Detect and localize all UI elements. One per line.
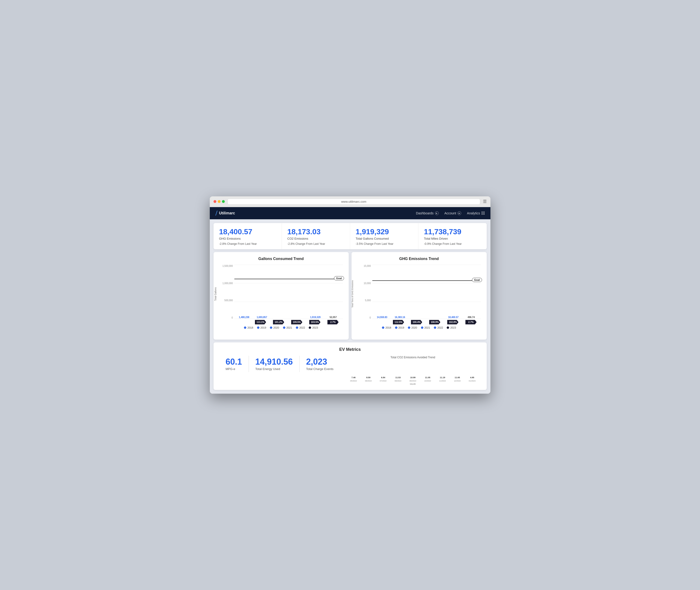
ghg-legend-2023: 2023	[447, 326, 456, 329]
ev-charge: 2,023 Total Charge Events	[300, 357, 340, 371]
co2-value: 18,173.03	[287, 228, 344, 236]
ev-charge-value: 2,023	[306, 357, 334, 367]
nav-dashboards-label: Dashboards	[416, 211, 434, 215]
ghg-y-title: Total Tons of GHG Emissions	[351, 280, 354, 308]
ghg-label: GHG Emissions	[219, 237, 276, 240]
ghg-bar-2018: 14,559.83	[374, 316, 390, 319]
legend-2018: 2018	[244, 326, 253, 329]
gallons-bars: 1,480,238 1,693,857	[234, 265, 343, 319]
legend-2023: 2023	[309, 326, 318, 329]
ghg-chart-container: 15,000 10,000 5,000 0 Total Tons of GHG …	[357, 265, 481, 335]
gallons-legend: 2018 2019 2020 2021	[219, 326, 343, 329]
bar-2023: 52,057	[325, 316, 341, 319]
gallons-goal-line: Goal	[234, 279, 343, 279]
nav-account-label: Account	[444, 211, 456, 215]
ghg-bar-2023: 496.74	[463, 316, 479, 319]
ghg-bar-2020	[410, 318, 426, 319]
ghg-bar-2022: 18,400.57	[445, 316, 461, 319]
ghg-legend: 2018 2019 2020 2021	[357, 326, 481, 329]
ghg-value: 18,400.57	[219, 228, 276, 236]
browser-dots	[214, 200, 225, 203]
bar-2020	[272, 318, 288, 319]
ghg-y-axis: 15,000 10,000 5,000 0	[357, 265, 372, 319]
gallons-chart-card: Gallons Consumed Trend 1,500,000 1,000,0…	[214, 252, 349, 339]
ev-charge-label: Total Charge Events	[306, 367, 334, 371]
ev-bar-0622: 8.59 06/2022	[361, 376, 375, 382]
miles-change: -0.9% Change From Last Year	[424, 242, 481, 245]
metrics-row: 18,400.57 GHG Emissions -2.8% Change Fro…	[214, 223, 487, 249]
miles-value: 11,738,739	[424, 228, 481, 236]
dashboards-icon: ▶	[435, 211, 439, 215]
gallons-y-label-500: 500,000	[224, 299, 233, 302]
ghg-legend-2022: 2022	[434, 326, 443, 329]
ev-card: EV Metrics 60.1 MPG-e 14,910.56 Total En…	[214, 342, 487, 390]
nav-account[interactable]: Account ▶	[444, 211, 461, 215]
account-icon: ▶	[457, 211, 461, 215]
legend-2020: 2020	[270, 326, 279, 329]
ghg-change: -2.8% Change From Last Year	[219, 242, 276, 245]
ev-bar-0522: 7.46 05/2022	[347, 376, 360, 382]
ev-mpge: 60.1 MPG-e	[219, 357, 249, 371]
ev-chart-area: Total CO2 Emissions Avoided Trend 7.46 0…	[340, 356, 481, 385]
gallons-y-title: Total Gallons	[214, 287, 217, 301]
ghg-bar-2019: 16,383.16	[392, 316, 408, 319]
analytics-grid-icon	[482, 212, 485, 215]
dashboard-content: 18,400.57 GHG Emissions -2.8% Change Fro…	[210, 219, 490, 394]
ghg-legend-2018: 2018	[382, 326, 391, 329]
maximize-dot[interactable]	[222, 200, 225, 203]
ev-bar-0123: 4.95 01/2023	[465, 376, 479, 382]
metric-co2: 18,173.03 CO2 Emissions -2.8% Change Fro…	[282, 223, 350, 249]
gallons-change: -3.5% Change From Last Year	[356, 242, 413, 245]
gallons-goal-label: Goal	[334, 276, 344, 280]
gallons-y-axis: 1,500,000 1,000,000 500,000 0	[219, 265, 234, 319]
legend-2022: 2022	[296, 326, 305, 329]
browser-chrome: www.utilimarc.com ☰	[210, 196, 490, 207]
co2-change: -2.8% Change From Last Year	[287, 242, 344, 245]
minimize-dot[interactable]	[218, 200, 221, 203]
ev-energy-label: Total Energy Used	[255, 367, 293, 371]
ev-bar-1122: 11.19 11/2022	[436, 376, 449, 382]
legend-2021: 2021	[283, 326, 292, 329]
bar-2018: 1,480,238	[236, 316, 252, 319]
metric-gallons: 1,919,329 Total Gallons Consumed -3.5% C…	[350, 223, 419, 249]
navbar-nav: Dashboards ▶ Account ▶ Analytics	[416, 211, 485, 215]
ev-bar-1222: 11.65 12/2022	[450, 376, 464, 382]
ev-energy: 14,910.56 Total Energy Used	[249, 357, 300, 371]
gallons-y-label-1000: 1,000,000	[222, 282, 233, 285]
brand: ⧸ Utilimarc	[215, 210, 235, 216]
gallons-label: Total Gallons Consumed	[356, 237, 413, 240]
ev-bar-0822: 11.53 08/2022	[391, 376, 405, 382]
ghg-legend-2020: 2020	[408, 326, 417, 329]
miles-label: Total Miles Driven	[424, 237, 481, 240]
close-dot[interactable]	[214, 200, 216, 203]
brand-name: Utilimarc	[219, 211, 235, 215]
gallons-y-label-1500: 1,500,000	[222, 265, 233, 267]
ghg-goal-line: Goal	[372, 280, 481, 281]
nav-analytics[interactable]: Analytics	[467, 211, 485, 215]
metric-miles: 11,738,739 Total Miles Driven -0.9% Chan…	[419, 223, 487, 249]
ghg-chart-title: GHG Emissions Trend	[357, 257, 481, 261]
ev-bar-1022: 11.05 10/2022	[421, 376, 435, 382]
co2-label: CO2 Emissions	[287, 237, 344, 240]
ev-energy-value: 14,910.56	[255, 357, 293, 367]
ev-metrics-left: 60.1 MPG-e 14,910.56 Total Energy Used 2…	[219, 356, 340, 372]
bar-2019: 1,693,857	[254, 316, 270, 319]
bar-2021	[289, 318, 306, 319]
charts-row: Gallons Consumed Trend 1,500,000 1,000,0…	[214, 252, 487, 339]
gallons-chart-container: 1,500,000 1,000,000 500,000 0 Total Gall…	[219, 265, 343, 335]
ghg-bar-2021	[428, 318, 444, 319]
ghg-legend-2021: 2021	[421, 326, 430, 329]
metric-ghg: 18,400.57 GHG Emissions -2.8% Change Fro…	[214, 223, 282, 249]
ev-title: EV Metrics	[219, 347, 481, 352]
ev-bar-0922: 10.99 09/2022	[406, 376, 420, 382]
ghg-bars: 14,559.83 16,383.16	[372, 265, 481, 319]
ev-bar-0722: 6.84 07/2022	[376, 376, 390, 382]
nav-analytics-label: Analytics	[467, 211, 480, 215]
brand-icon: ⧸	[215, 210, 217, 216]
gallons-chart-title: Gallons Consumed Trend	[219, 257, 343, 261]
navbar: ⧸ Utilimarc Dashboards ▶ Account ▶ Analy…	[210, 207, 490, 219]
ghg-goal-label: Goal	[472, 278, 482, 282]
nav-dashboards[interactable]: Dashboards ▶	[416, 211, 439, 215]
address-bar[interactable]: www.utilimarc.com	[228, 199, 480, 205]
menu-icon[interactable]: ☰	[483, 199, 487, 204]
